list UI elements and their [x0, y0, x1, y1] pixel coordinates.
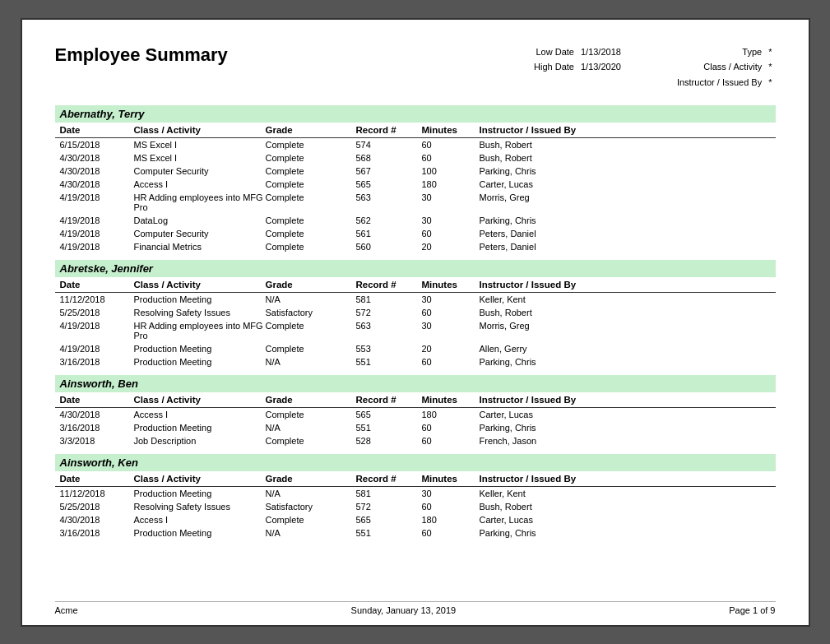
footer-company: Acme: [55, 605, 78, 615]
table-row: 11/12/2018Production MeetingN/A58130Kell…: [55, 487, 776, 500]
employee-section: Ainsworth, KenDateClass / ActivityGradeR…: [55, 454, 776, 540]
cell-instructor: Parking, Chris: [480, 166, 628, 176]
cell-instructor: Keller, Kent: [480, 489, 628, 498]
cell-date: 4/19/2018: [60, 242, 134, 252]
cell-activity: Resolving Safety Issues: [134, 502, 266, 512]
sections-container: Abernathy, TerryDateClass / ActivityGrad…: [55, 105, 776, 540]
cell-grade: Complete: [266, 215, 356, 225]
table-row: 4/19/2018Computer SecurityComplete56160P…: [55, 227, 776, 240]
cell-date: 11/12/2018: [60, 489, 134, 498]
cell-instructor: Parking, Chris: [480, 423, 628, 433]
cell-record: 565: [356, 179, 422, 189]
cell-date: 4/30/2018: [60, 179, 134, 189]
report-title: Employee Summary: [55, 44, 228, 66]
cell-record: 565: [356, 515, 422, 525]
cell-grade: Complete: [266, 321, 356, 331]
cell-grade: N/A: [266, 357, 356, 367]
cell-activity: Access I: [134, 179, 266, 189]
cell-grade: Complete: [266, 140, 356, 150]
footer-page: Page 1 of 9: [729, 605, 775, 615]
cell-record: 581: [356, 489, 422, 498]
employee-name: Abernathy, Terry: [55, 105, 776, 123]
table-row: 4/19/2018DataLogComplete56230Parking, Ch…: [55, 214, 776, 227]
col-header-activity: Class / Activity: [134, 395, 266, 405]
cell-instructor: Peters, Daniel: [480, 242, 628, 252]
table-row: 4/30/2018Computer SecurityComplete567100…: [55, 164, 776, 178]
cell-record: 574: [356, 140, 422, 150]
table-row: 4/30/2018Access IComplete565180Carter, L…: [55, 513, 776, 526]
cell-minutes: 60: [422, 436, 480, 446]
table-row: 4/30/2018Access IComplete565180Carter, L…: [55, 408, 776, 421]
cell-minutes: 30: [422, 489, 480, 498]
table-row: 3/16/2018Production MeetingN/A55160Parki…: [55, 355, 776, 368]
cell-instructor: Parking, Chris: [480, 357, 628, 367]
cell-grade: Complete: [266, 344, 356, 354]
report-header: Employee Summary Low Date 1/13/2018 Type…: [55, 44, 776, 90]
cell-record: 560: [356, 242, 422, 252]
cell-instructor: Bush, Robert: [480, 502, 628, 512]
col-header-instructor: Instructor / Issued By: [480, 474, 628, 484]
cell-activity: Resolving Safety Issues: [134, 308, 266, 317]
col-header-instructor: Instructor / Issued By: [480, 280, 628, 290]
cell-minutes: 60: [422, 140, 480, 150]
cell-minutes: 60: [422, 528, 480, 538]
cell-minutes: 60: [422, 153, 480, 163]
cell-minutes: 60: [422, 308, 480, 317]
low-date-label: Low Date: [531, 44, 577, 60]
report-meta: Low Date 1/13/2018 Type * High Date 1/13…: [531, 44, 775, 90]
cell-minutes: 20: [422, 242, 480, 252]
cell-date: 4/19/2018: [60, 321, 134, 331]
cell-instructor: Carter, Lucas: [480, 179, 628, 189]
cell-instructor: Bush, Robert: [480, 308, 628, 317]
col-header-date: Date: [60, 125, 134, 135]
table-row: 3/3/2018Job DescriptionComplete52860Fren…: [55, 434, 776, 447]
cell-activity: Production Meeting: [134, 528, 266, 538]
table-row: 4/19/2018HR Adding employees into MFG Pr…: [55, 191, 776, 214]
cell-grade: Complete: [266, 229, 356, 239]
cell-minutes: 60: [422, 229, 480, 239]
table-row: 4/19/2018Production MeetingComplete55320…: [55, 342, 776, 355]
footer-date: Sunday, January 13, 2019: [351, 605, 457, 615]
table-row: 5/25/2018Resolving Safety IssuesSatisfac…: [55, 306, 776, 319]
cell-instructor: French, Jason: [480, 436, 628, 446]
cell-activity: Computer Security: [134, 229, 266, 239]
col-header-minutes: Minutes: [422, 280, 480, 290]
table-row: 4/30/2018Access IComplete565180Carter, L…: [55, 178, 776, 191]
cell-activity: Job Description: [134, 436, 266, 446]
cell-instructor: Bush, Robert: [480, 140, 628, 150]
cell-record: 572: [356, 308, 422, 317]
cell-date: 11/12/2018: [60, 294, 134, 304]
col-header-grade: Grade: [266, 474, 356, 484]
employee-name: Abretske, Jennifer: [55, 260, 776, 277]
high-date-value: 1/13/2020: [577, 59, 624, 75]
cell-record: 562: [356, 215, 422, 225]
cell-activity: Access I: [134, 515, 266, 525]
table-row: 11/12/2018Production MeetingN/A58130Kell…: [55, 293, 776, 306]
cell-minutes: 30: [422, 321, 480, 331]
col-header-date: Date: [60, 395, 134, 405]
report-page: Employee Summary Low Date 1/13/2018 Type…: [21, 18, 810, 627]
cell-grade: N/A: [266, 528, 356, 538]
cell-instructor: Parking, Chris: [480, 215, 628, 225]
instructor-value: *: [765, 75, 775, 90]
page-footer: Acme Sunday, January 13, 2019 Page 1 of …: [55, 601, 776, 615]
class-value: *: [765, 59, 775, 75]
cell-date: 5/25/2018: [60, 308, 134, 317]
cell-date: 6/15/2018: [60, 140, 134, 150]
employee-section: Ainsworth, BenDateClass / ActivityGradeR…: [55, 375, 776, 447]
cell-activity: Production Meeting: [134, 423, 266, 433]
col-header-date: Date: [60, 280, 134, 290]
cell-grade: Complete: [266, 436, 356, 446]
cell-minutes: 20: [422, 344, 480, 354]
cell-date: 3/16/2018: [60, 357, 134, 367]
cell-record: 551: [356, 357, 422, 367]
cell-grade: N/A: [266, 294, 356, 304]
table-row: 4/19/2018Financial MetricsComplete56020P…: [55, 240, 776, 253]
table-row: 5/25/2018Resolving Safety IssuesSatisfac…: [55, 500, 776, 513]
cell-activity: MS Excel I: [134, 140, 266, 150]
cell-grade: Complete: [266, 515, 356, 525]
cell-minutes: 100: [422, 166, 480, 176]
table-row: 4/30/2018MS Excel IComplete56860Bush, Ro…: [55, 151, 776, 164]
cell-activity: MS Excel I: [134, 153, 266, 163]
cell-grade: Complete: [266, 153, 356, 163]
